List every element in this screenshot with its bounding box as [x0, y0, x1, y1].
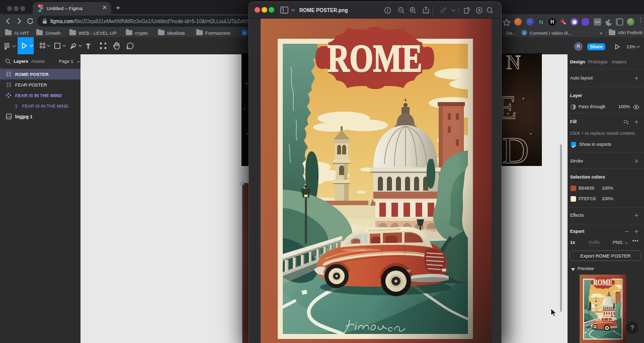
svg-text:S: S: [523, 31, 525, 35]
svg-text:N: N: [506, 53, 521, 73]
svg-text:31: 31: [243, 31, 247, 35]
